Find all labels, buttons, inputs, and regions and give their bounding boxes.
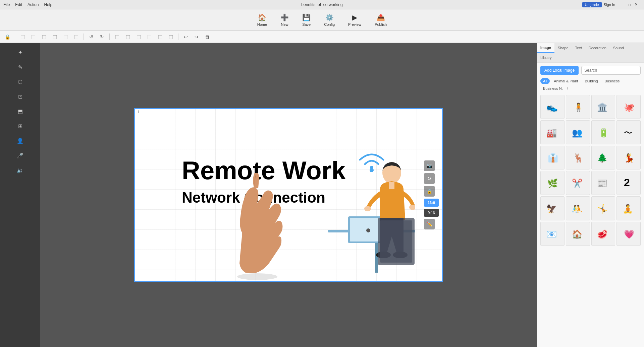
menu-file[interactable]: File <box>3 2 10 7</box>
toolbar-home[interactable]: 🏠 Home <box>251 11 274 29</box>
toolbar-config[interactable]: ⚙️ Config <box>317 11 341 29</box>
search-input[interactable] <box>581 66 641 75</box>
cat-business-n[interactable]: Business N. <box>540 85 566 91</box>
select-tool[interactable]: ✦ <box>13 46 27 59</box>
add-local-image-button[interactable]: Add Local Image <box>540 66 579 75</box>
tab-text[interactable]: Text <box>572 43 585 53</box>
category-next-arrow[interactable]: › <box>567 85 569 91</box>
distribute-tool-3[interactable]: ⬚ <box>134 32 143 42</box>
image-thumb-24[interactable]: 💗 <box>616 222 641 246</box>
close-button[interactable]: ✕ <box>633 2 639 7</box>
maximize-button[interactable]: □ <box>627 2 632 7</box>
distribute-tool-6[interactable]: ⬚ <box>166 32 175 42</box>
tab-library[interactable]: Library <box>537 53 555 62</box>
group-tool[interactable]: 👤 <box>13 134 27 147</box>
lock-tool[interactable]: 🔒 <box>3 32 12 42</box>
toolbar-save[interactable]: 💾 Save <box>296 11 317 29</box>
image-thumb-16[interactable]: 2 <box>616 171 641 195</box>
align-left-tool[interactable]: ⬚ <box>18 32 27 42</box>
image-thumb-13[interactable]: 🌿 <box>540 171 565 195</box>
tab-decoration[interactable]: Decoration <box>585 43 610 53</box>
menu-help[interactable]: Help <box>44 2 52 7</box>
toolbar-publish[interactable]: 📤 Publish <box>368 11 393 29</box>
tab-sound[interactable]: Sound <box>610 43 627 53</box>
image-thumb-11[interactable]: 🌲 <box>591 146 615 170</box>
toolbar-home-label: Home <box>257 22 267 26</box>
rotate-right-tool[interactable]: ↻ <box>97 32 107 42</box>
distribute-v-tool[interactable]: ⬚ <box>123 32 132 42</box>
image-thumb-14[interactable]: ✂️ <box>566 171 590 195</box>
align-center-h-tool[interactable]: ⬚ <box>39 32 49 42</box>
aspect-16-9-badge[interactable]: 16:9 <box>424 199 439 207</box>
aspect-9-16-badge[interactable]: 9:16 <box>424 209 439 217</box>
menu-edit[interactable]: Edit <box>15 2 22 7</box>
align-top-tool[interactable]: ⬚ <box>61 32 70 42</box>
titlebar: File Edit Action Help benefits_of_co-wor… <box>0 0 644 9</box>
edit-tool[interactable]: ✎ <box>13 60 27 74</box>
export-tool[interactable]: ⬡ <box>13 75 27 88</box>
upgrade-button[interactable]: Upgrade <box>582 2 602 7</box>
image-panel: Add Local Image All Animal & Plant Build… <box>537 63 644 347</box>
image-thumb-5[interactable]: 🏭 <box>540 120 565 144</box>
image-thumb-8[interactable]: 〜 <box>616 120 641 144</box>
redo-tool[interactable]: ↪ <box>192 32 201 42</box>
canvas-area: 1 Remote Work Network Connection <box>40 43 537 347</box>
lock-canvas-tool[interactable]: 🔒 <box>424 186 435 197</box>
tab-shape[interactable]: Shape <box>554 43 572 53</box>
image-thumb-12[interactable]: 💃 <box>616 146 641 170</box>
align-right-tool[interactable]: ⬚ <box>50 32 59 42</box>
cat-animal[interactable]: Animal & Plant <box>551 78 581 84</box>
image-thumb-3[interactable]: 🏛️ <box>591 95 615 119</box>
cat-building[interactable]: Building <box>582 78 600 84</box>
align-bottom-tool[interactable]: ⬚ <box>71 32 81 42</box>
crop-tool[interactable]: ⊡ <box>13 90 27 103</box>
image-thumb-4[interactable]: 🐙 <box>616 95 641 119</box>
cat-business[interactable]: Business <box>602 78 623 84</box>
image-thumb-10[interactable]: 🦌 <box>566 146 590 170</box>
toolbar-new[interactable]: ➕ New <box>274 11 296 29</box>
save-local-tool[interactable]: ⬒ <box>13 105 27 118</box>
image-thumb-18[interactable]: 🤼 <box>566 196 590 220</box>
canvas[interactable]: 1 Remote Work Network Connection <box>134 108 443 282</box>
align-center-v-tool[interactable]: ⬚ <box>29 32 38 42</box>
distribute-h-tool[interactable]: ⬚ <box>112 32 122 42</box>
image-thumb-23[interactable]: 🥩 <box>591 222 615 246</box>
window-title: benefits_of_co-working <box>301 2 342 7</box>
screenshot-tool[interactable]: 📷 <box>424 160 435 171</box>
main-area: ✦ ✎ ⬡ ⊡ ⬒ ⊞ 👤 🎤 🔉 1 Remote Work Network … <box>0 43 644 347</box>
image-thumb-20[interactable]: 🧘 <box>616 196 641 220</box>
image-thumb-19[interactable]: 🤸 <box>591 196 615 220</box>
image-thumb-15[interactable]: 📰 <box>591 171 615 195</box>
tab-image[interactable]: Image <box>537 43 554 53</box>
mask-tool[interactable]: ⊞ <box>13 119 27 133</box>
mic-tool[interactable]: 🎤 <box>13 149 27 162</box>
category-tabs: All Animal & Plant Building Business Bus… <box>540 78 641 91</box>
image-thumb-21[interactable]: 📧 <box>540 222 565 246</box>
audio-tool[interactable]: 🔉 <box>13 163 27 177</box>
minimize-button[interactable]: ─ <box>620 2 625 7</box>
undo-tool[interactable]: ↩ <box>181 32 191 42</box>
collapse-arrow[interactable]: › <box>442 188 443 202</box>
menu-action[interactable]: Action <box>28 2 39 7</box>
image-thumb-22[interactable]: 🏠 <box>566 222 590 246</box>
image-thumb-1[interactable]: 👟 <box>540 95 565 119</box>
delete-tool[interactable]: 🗑 <box>203 32 212 42</box>
edit-canvas-tool[interactable]: ✏️ <box>424 219 435 229</box>
image-thumb-2[interactable]: 🧍 <box>566 95 590 119</box>
image-thumb-17[interactable]: 🦅 <box>540 196 565 220</box>
new-icon: ➕ <box>280 13 289 21</box>
toolbar-preview[interactable]: ▶ Preview <box>341 11 368 29</box>
refresh-tool[interactable]: ↻ <box>424 173 435 184</box>
image-thumb-7[interactable]: 🔋 <box>591 120 615 144</box>
svg-point-1 <box>237 273 277 280</box>
publish-icon: 📤 <box>377 13 385 21</box>
image-thumb-9[interactable]: 👔 <box>540 146 565 170</box>
toolbar: 🏠 Home ➕ New 💾 Save ⚙️ Config ▶ Preview … <box>0 9 644 31</box>
svg-text:🌿: 🌿 <box>547 179 558 189</box>
distribute-tool-4[interactable]: ⬚ <box>145 32 154 42</box>
rotate-left-tool[interactable]: ↺ <box>87 32 96 42</box>
distribute-tool-5[interactable]: ⬚ <box>155 32 165 42</box>
cat-all[interactable]: All <box>540 78 550 84</box>
signin-button[interactable]: Sign In <box>604 3 615 7</box>
image-thumb-6[interactable]: 👥 <box>566 120 590 144</box>
